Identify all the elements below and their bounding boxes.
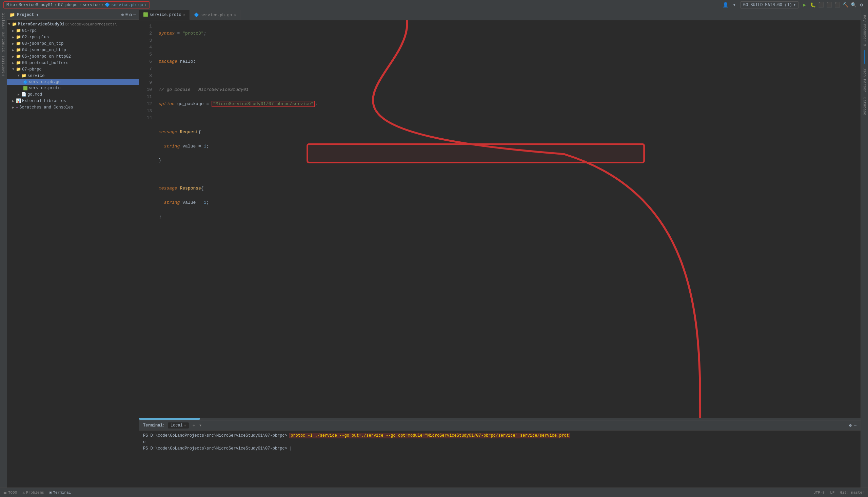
profile-button[interactable]: ⬛ xyxy=(826,2,832,8)
code-line-14: } xyxy=(159,214,858,221)
json-parser-label[interactable]: Json Parser xyxy=(862,66,867,95)
sidebar-item-scratches[interactable]: ▶ ✏️ Scratches and Consoles xyxy=(7,104,139,111)
terminal-cursor: | xyxy=(289,446,292,451)
root-label: MicroServiceStudy01 xyxy=(18,22,65,27)
sidebar-item-extlibs[interactable]: ▶ 📊 External Libraries xyxy=(7,98,139,104)
run-config-label: GO BUILD MAIN.GO (1) xyxy=(743,3,792,8)
title-right-area: 👤 ▾ GO BUILD MAIN.GO (1) ▾ ▶ 🐛 ⬛ ⬛ ⬛ 🔨 🔍… xyxy=(723,1,865,9)
structure-panel-label[interactable]: Structure xyxy=(1,30,6,53)
label-01rpc: 01-rpc xyxy=(22,28,37,33)
code-line-12: message Response{ xyxy=(159,185,858,192)
label-serviceproto: service.proto xyxy=(29,86,61,90)
terminal-button[interactable]: ▣ Terminal xyxy=(49,490,71,495)
settings-button[interactable]: ⚙ xyxy=(858,2,865,8)
project-panel-label[interactable]: Project xyxy=(1,12,6,30)
terminal-line-1: PS D:\code\GoLandProjects\src\MicroServi… xyxy=(143,432,856,439)
sidebar-icon-2[interactable]: ≡ xyxy=(126,12,128,18)
sidebar-item-service[interactable]: ▼ 📁 service xyxy=(7,73,139,79)
code-line-3: package hello; xyxy=(159,58,858,66)
root-path: D:\code\GoLandProjects\ xyxy=(66,23,117,26)
folder-icon-05jsonrpc: 📁 xyxy=(16,54,21,59)
tree-root[interactable]: ▼ 📁 MicroServiceStudy01 D:\code\GoLandPr… xyxy=(7,21,139,27)
terminal-settings-icon[interactable]: ⚙ xyxy=(849,423,852,428)
terminal-minimize-icon[interactable]: — xyxy=(854,423,856,428)
terminal-prompt-1: PS D:\code\GoLandProjects\src\MicroServi… xyxy=(143,433,287,438)
sidebar-item-06proto[interactable]: ▶ 📁 06-protocol_buffers xyxy=(7,60,139,66)
search-everywhere[interactable]: 🔍 xyxy=(850,2,856,8)
terminal-add-button[interactable]: ＋ xyxy=(191,423,196,428)
database-label[interactable]: Database xyxy=(862,95,867,117)
right-panel-labels: Key Promoter X Json Parser Database xyxy=(860,10,868,487)
todo-label: TODO xyxy=(8,491,17,495)
todo-button[interactable]: ☰ TODO xyxy=(3,490,17,495)
sidebar-icon-4[interactable]: — xyxy=(133,12,136,18)
folder-icon-02rpc: 📁 xyxy=(16,34,21,40)
problems-button[interactable]: ⚠ Problems xyxy=(23,490,44,495)
code-line-6: option go_package = "MicroServiceStudy01… xyxy=(159,101,858,108)
breadcrumb: MicroServiceStudy01 › 07-pbrpc › service… xyxy=(3,1,150,9)
bottom-bar-right: UTF-8 LF Git: master xyxy=(813,491,865,495)
terminal-line-2: o xyxy=(143,439,856,445)
sidebar-item-gomod[interactable]: ▶ 📄 go.mod xyxy=(7,91,139,98)
terminal-dropdown-button[interactable]: ▾ xyxy=(199,423,202,428)
breadcrumb-folder2[interactable]: service xyxy=(83,3,100,8)
code-lines: syntax = "proto3"; package hello; // go … xyxy=(156,20,860,418)
sidebar-icon-3[interactable]: ⚙ xyxy=(129,12,132,18)
terminal-tab-close[interactable]: ✕ xyxy=(184,423,186,427)
sidebar-item-07pbrpc[interactable]: ▼ 📁 07-pbrpc xyxy=(7,66,139,73)
sidebar-item-05jsonrpc[interactable]: ▶ 📁 05-jsonrpc_on_http02 xyxy=(7,53,139,60)
sidebar-item-03jsonrpc[interactable]: ▶ 📁 03-jsonrpc_on_tcp xyxy=(7,40,139,47)
breadcrumb-file: 🔷 xyxy=(105,2,110,8)
folder-icon-03jsonrpc: 📁 xyxy=(16,41,21,46)
sidebar-item-serviceproto[interactable]: 🟩 service.proto xyxy=(7,85,139,91)
arrow-07pbrpc: ▼ xyxy=(12,68,14,71)
tab-go-close[interactable]: ✕ xyxy=(234,13,236,17)
code-line-9: string value = 1; xyxy=(159,143,858,150)
folder-icon-service: 📁 xyxy=(22,73,26,78)
stop-button[interactable]: ⬛ xyxy=(834,2,840,8)
editor-scrollbar-horizontal[interactable] xyxy=(139,418,860,420)
problems-label: Problems xyxy=(26,491,44,495)
run-config-dropdown[interactable]: ▾ xyxy=(793,2,796,8)
terminal-body[interactable]: PS D:\code\GoLandProjects\src\MicroServi… xyxy=(139,430,860,487)
breadcrumb-folder1[interactable]: 07-pbrpc xyxy=(58,3,77,8)
label-gomod: go.mod xyxy=(27,92,42,97)
sidebar-item-servicepbgo[interactable]: 🔷 service.pb.go xyxy=(7,79,139,85)
sidebar-icon-1[interactable]: ⊕ xyxy=(122,12,124,18)
terminal-label: Terminal: xyxy=(143,423,165,428)
terminal-header: Terminal: Local ✕ ＋ ▾ ⚙ — xyxy=(139,421,860,430)
sidebar-item-02rpc[interactable]: ▶ 📁 02-rpc-plus xyxy=(7,34,139,40)
sidebar-item-01rpc[interactable]: ▶ 📁 01-rpc xyxy=(7,27,139,34)
code-line-11 xyxy=(159,171,858,178)
run-configuration[interactable]: GO BUILD MAIN.GO (1) ▾ xyxy=(740,1,799,9)
sidebar-title: Project xyxy=(17,13,34,17)
tab-serviceproto[interactable]: 🟩 service.proto ✕ xyxy=(139,10,190,20)
sidebar-item-04jsonrpc[interactable]: ▶ 📁 04-jsonrpc_on_http xyxy=(7,47,139,53)
tab-servicepbgo[interactable]: 🔷 service.pb.go ✕ xyxy=(190,10,241,20)
code-line-7 xyxy=(159,115,858,122)
build-button[interactable]: 🔨 xyxy=(842,2,848,8)
run-button[interactable]: ▶ xyxy=(801,2,808,8)
coverage-button[interactable]: ⬛ xyxy=(818,2,824,8)
sidebar-folder-icon: 📁 xyxy=(10,12,15,18)
tab-proto-label: service.proto xyxy=(150,13,181,17)
key-promoter-label[interactable]: Key Promoter X xyxy=(862,13,867,48)
arrow-06proto: ▶ xyxy=(12,61,14,65)
breadcrumb-project[interactable]: MicroServiceStudy01 xyxy=(6,3,53,8)
favorites-panel-label[interactable]: Favorites xyxy=(1,54,6,77)
sidebar-dropdown[interactable]: ▾ xyxy=(36,12,39,18)
terminal-icon: ▣ xyxy=(49,490,52,495)
editor-scrollbar-thumb xyxy=(139,418,200,420)
folder-icon-04jsonrpc: 📁 xyxy=(16,47,21,53)
terminal-tab-local[interactable]: Local ✕ xyxy=(168,423,189,428)
user-icon[interactable]: 👤 xyxy=(723,2,729,8)
debug-button[interactable]: 🐛 xyxy=(810,2,816,8)
tab-proto-close[interactable]: ✕ xyxy=(183,13,185,17)
breadcrumb-filename[interactable]: service.pb.go xyxy=(111,3,143,8)
dropdown-icon[interactable]: ▾ xyxy=(731,2,738,8)
file-icon-servicepbgo: 🔷 xyxy=(23,80,28,84)
editor-tabs: 🟩 service.proto ✕ 🔷 service.pb.go ✕ xyxy=(139,10,860,20)
code-editor[interactable]: 1 2 3 4 5 6 7 8 9 10 11 12 13 14 xyxy=(139,20,860,418)
line-numbers: 1 2 3 4 5 6 7 8 9 10 11 12 13 14 xyxy=(139,20,156,418)
label-04jsonrpc: 04-jsonrpc_on_http xyxy=(22,48,66,53)
